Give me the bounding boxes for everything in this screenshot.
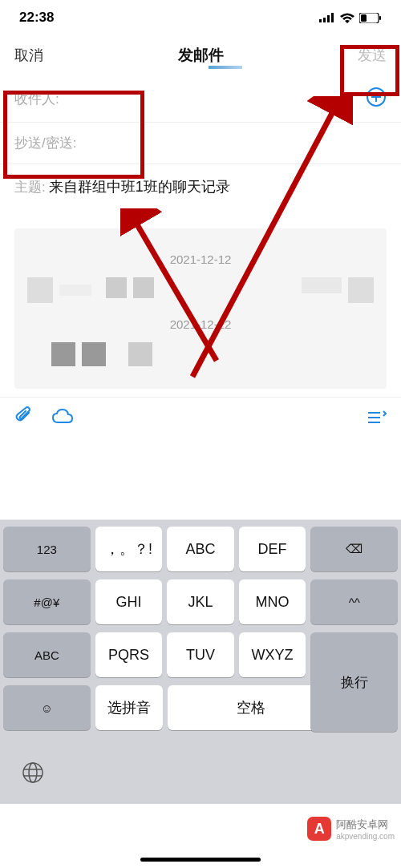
key-wxyz[interactable]: WXYZ [239,632,306,677]
key-123[interactable]: 123 [3,527,91,571]
to-label: 收件人: [14,90,59,108]
svg-rect-2 [327,15,330,22]
chat-row-2 [22,342,379,366]
subject-label: 主题: [14,178,46,196]
watermark-logo: A [307,817,331,841]
signal-icon [319,13,335,22]
svg-rect-0 [319,19,322,22]
svg-rect-5 [361,14,367,22]
cc-field-row[interactable]: 抄送/密送: [0,123,401,164]
key-backspace[interactable]: ⌫ [310,527,398,571]
watermark-url: akpvending.com [336,832,395,841]
keyboard-bottom [0,745,401,804]
svg-rect-1 [323,18,326,22]
globe-icon[interactable] [21,761,45,788]
key-pqrs[interactable]: PQRS [95,632,163,677]
key-abc[interactable]: ABC [167,527,234,571]
key-abc-mode[interactable]: ABC [3,632,91,677]
chat-date-2: 2021-12-22 [22,317,379,331]
title-cursor-underline [209,66,242,69]
email-body-preview[interactable]: 2021-12-12 2021-12-22 [14,228,387,389]
format-icon[interactable] [366,406,387,430]
key-tuv[interactable]: TUV [167,632,234,677]
nav-title: 发邮件 [178,45,224,66]
key-punct[interactable]: ，。？! [95,527,163,571]
svg-rect-3 [331,13,334,22]
key-caret[interactable]: ^^ [310,579,398,624]
key-mno[interactable]: MNO [239,579,306,624]
key-pinyin[interactable]: 选拼音 [95,685,163,730]
send-button[interactable]: 发送 [358,46,387,65]
watermark-brand: 阿酷安卓网 [336,818,395,832]
compose-toolbar [0,397,401,438]
key-return[interactable]: 换行 [310,632,398,732]
watermark: A 阿酷安卓网 akpvending.com [307,817,395,841]
home-indicator[interactable] [140,858,261,862]
battery-icon [359,13,382,23]
cc-label: 抄送/密送: [14,134,76,152]
svg-rect-6 [379,16,381,20]
key-jkl[interactable]: JKL [167,579,234,624]
nav-bar: 取消 发邮件 发送 [0,35,401,75]
status-time: 22:38 [19,10,54,26]
attachment-icon[interactable] [14,406,35,430]
subject-row[interactable]: 主题: 来自群组中班1班的聊天记录 [0,164,401,209]
status-indicators [319,13,382,23]
to-field-row[interactable]: 收件人: [0,75,401,123]
svg-point-14 [29,763,37,782]
key-ghi[interactable]: GHI [95,579,163,624]
keyboard-area: 123 ，。？! ABC DEF ⌫ #@¥ GHI JKL MNO ^^ AB… [0,469,401,868]
key-def[interactable]: DEF [239,527,306,571]
svg-point-13 [23,763,43,782]
add-recipient-icon[interactable] [366,87,387,111]
chat-row-1 [22,277,379,303]
wifi-icon [340,13,354,23]
key-emoji[interactable]: ☺ [3,685,91,730]
cancel-button[interactable]: 取消 [14,46,43,65]
keyboard-suggestions[interactable] [0,469,401,520]
key-symbols[interactable]: #@¥ [3,579,91,624]
chat-date-1: 2021-12-12 [22,252,379,266]
cloud-icon[interactable] [51,406,74,430]
status-bar: 22:38 [0,0,401,35]
subject-text: 来自群组中班1班的聊天记录 [49,177,230,196]
keyboard-body: 123 ，。？! ABC DEF ⌫ #@¥ GHI JKL MNO ^^ AB… [0,520,401,745]
